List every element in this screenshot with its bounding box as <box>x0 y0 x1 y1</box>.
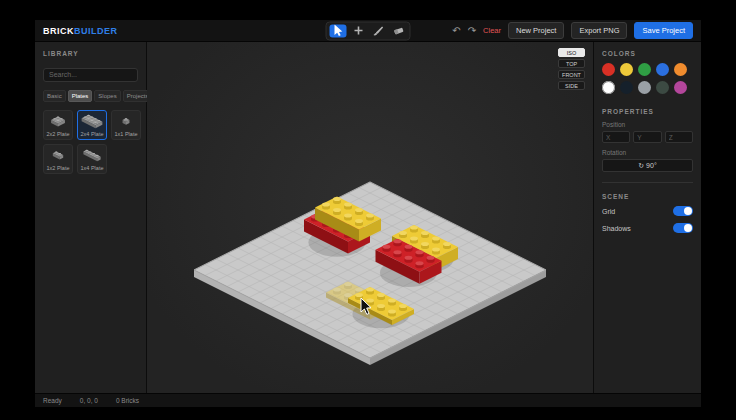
library-tab-basic[interactable]: Basic <box>43 90 66 102</box>
library-item-label: 1x2 Plate <box>47 165 70 171</box>
library-item-label: 2x4 Plate <box>81 131 104 137</box>
grid-toggle[interactable] <box>673 206 693 216</box>
library-tab-slopes[interactable]: Slopes <box>94 90 120 102</box>
toggle-label: Grid <box>602 208 615 215</box>
library-item-1x4-plate[interactable]: 1x4 Plate <box>77 144 107 174</box>
new-project-button[interactable]: New Project <box>508 22 564 39</box>
status-bar: Ready 0, 0, 0 0 Bricks <box>35 393 701 407</box>
brick-thumbnail-icon <box>45 114 71 129</box>
erase-tool-button[interactable] <box>390 24 407 37</box>
library-tabs: BasicPlatesSlopesProjects <box>43 90 138 102</box>
scene-title: SCENE <box>602 193 693 200</box>
app-window: BRICKBUILDER ↶ ↷ Clear New Project Expor… <box>35 20 701 407</box>
color-swatch-blue[interactable] <box>656 63 669 76</box>
color-swatches <box>602 63 693 94</box>
export-png-button[interactable]: Export PNG <box>571 22 627 39</box>
top-toolbar: BRICKBUILDER ↶ ↷ Clear New Project Expor… <box>35 20 701 42</box>
view-button-iso[interactable]: ISO <box>558 48 585 57</box>
status-coordinates: 0, 0, 0 <box>80 397 98 404</box>
library-item-label: 1x1 Plate <box>115 131 138 137</box>
properties-panel: COLORS PROPERTIES Position Rotation ↻ 90… <box>593 42 701 393</box>
status-ready: Ready <box>43 397 62 404</box>
rotation-label: Rotation <box>602 149 693 156</box>
color-swatch-gray[interactable] <box>638 81 651 94</box>
color-swatch-dark-gray[interactable] <box>656 81 669 94</box>
position-y-field[interactable] <box>633 131 661 143</box>
main-area: LIBRARY BasicPlatesSlopesProjects 2x2 Pl… <box>35 42 701 393</box>
paint-tool-button[interactable] <box>370 24 387 37</box>
library-item-2x2-plate[interactable]: 2x2 Plate <box>43 110 73 140</box>
add-tool-button[interactable] <box>350 24 367 37</box>
position-x-field[interactable] <box>602 131 630 143</box>
view-buttons: ISOTOPFRONTSIDE <box>558 48 585 90</box>
color-swatch-magenta[interactable] <box>674 81 687 94</box>
color-swatch-orange[interactable] <box>674 63 687 76</box>
library-item-2x4-plate[interactable]: 2x4 Plate <box>77 110 107 140</box>
position-fields <box>602 131 693 143</box>
shadows-toggle[interactable] <box>673 223 693 233</box>
view-button-top[interactable]: TOP <box>558 59 585 68</box>
library-item-label: 2x2 Plate <box>47 131 70 137</box>
color-swatch-yellow[interactable] <box>620 63 633 76</box>
scene-toggles: GridShadows <box>602 206 693 233</box>
viewport-canvas[interactable] <box>147 42 593 393</box>
rotate-90-button[interactable]: ↻ 90° <box>602 159 693 172</box>
color-swatch-white[interactable] <box>602 81 615 94</box>
library-item-label: 1x4 Plate <box>81 165 104 171</box>
view-button-side[interactable]: SIDE <box>558 81 585 90</box>
brand-builder: BUILDER <box>74 26 118 36</box>
select-tool-button[interactable] <box>330 24 347 37</box>
cursor-icon <box>333 25 343 37</box>
clear-button[interactable]: Clear <box>483 26 501 35</box>
tool-group <box>326 21 411 40</box>
library-panel: LIBRARY BasicPlatesSlopesProjects 2x2 Pl… <box>35 42 147 393</box>
undo-icon[interactable]: ↶ <box>452 26 460 36</box>
brick-thumbnail-icon <box>113 114 139 129</box>
search-box <box>43 63 138 82</box>
colors-title: COLORS <box>602 50 693 57</box>
divider <box>602 182 693 183</box>
search-input[interactable] <box>43 68 138 82</box>
brick-thumbnail-icon <box>79 114 105 129</box>
eraser-icon <box>392 26 404 36</box>
toggle-row-grid: Grid <box>602 206 693 216</box>
brick-thumbnail-icon <box>79 148 105 163</box>
properties-title: PROPERTIES <box>602 108 693 115</box>
position-z-field[interactable] <box>665 131 693 143</box>
save-project-button[interactable]: Save Project <box>634 22 693 39</box>
viewport-3d[interactable]: ISOTOPFRONTSIDE <box>147 42 593 393</box>
library-item-1x2-plate[interactable]: 1x2 Plate <box>43 144 73 174</box>
color-swatch-black[interactable] <box>620 81 633 94</box>
plus-icon <box>353 26 363 36</box>
library-item-1x1-plate[interactable]: 1x1 Plate <box>111 110 141 140</box>
brush-icon <box>373 25 384 36</box>
color-swatch-red[interactable] <box>602 63 615 76</box>
brick-thumbnail-icon <box>45 148 71 163</box>
library-tab-plates[interactable]: Plates <box>68 90 93 102</box>
app-logo: BRICKBUILDER <box>43 26 118 36</box>
position-label: Position <box>602 121 693 128</box>
status-brick-count: 0 Bricks <box>116 397 139 404</box>
library-grid: 2x2 Plate2x4 Plate1x1 Plate1x2 Plate1x4 … <box>43 110 138 174</box>
view-button-front[interactable]: FRONT <box>558 70 585 79</box>
color-swatch-green[interactable] <box>638 63 651 76</box>
toolbar-right-group: ↶ ↷ Clear New Project Export PNG Save Pr… <box>452 22 693 39</box>
brand-brick: BRICK <box>43 26 74 36</box>
toggle-row-shadows: Shadows <box>602 223 693 233</box>
toggle-label: Shadows <box>602 225 631 232</box>
redo-icon[interactable]: ↷ <box>468 26 476 36</box>
library-title: LIBRARY <box>43 50 138 57</box>
